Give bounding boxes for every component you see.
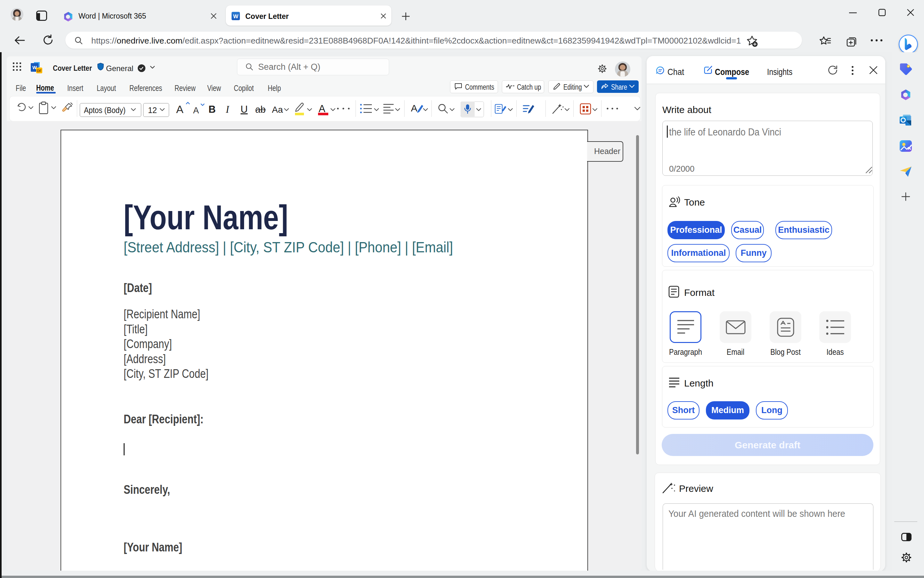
svg-text:DF: DF	[37, 69, 42, 73]
svg-text:A: A	[411, 103, 417, 114]
svg-text:W: W	[233, 13, 239, 19]
